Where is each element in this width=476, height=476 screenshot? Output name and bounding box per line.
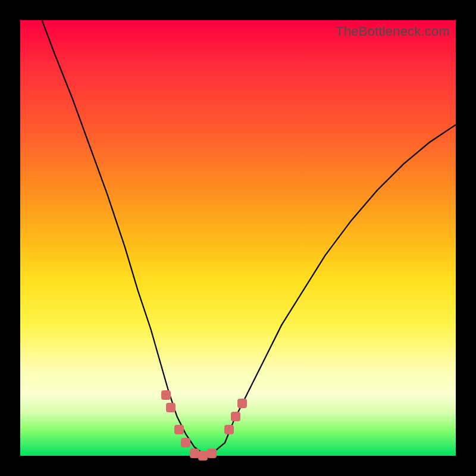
marker-left-cluster-2 [166,403,176,412]
plot-area: TheBottleneck.com [20,20,456,456]
marker-trough-1 [190,449,199,458]
marker-left-cluster-4 [181,438,190,447]
marker-trough-3 [207,449,217,458]
chart-frame: TheBottleneck.com [0,0,476,476]
marker-left-cluster-1 [161,390,171,400]
bottleneck-curve [20,20,456,456]
marker-trough-2 [198,451,208,461]
marker-right-cluster-2 [231,412,240,421]
marker-right-cluster-3 [237,399,247,408]
marker-left-cluster-3 [174,425,184,434]
marker-right-cluster-1 [224,425,234,434]
